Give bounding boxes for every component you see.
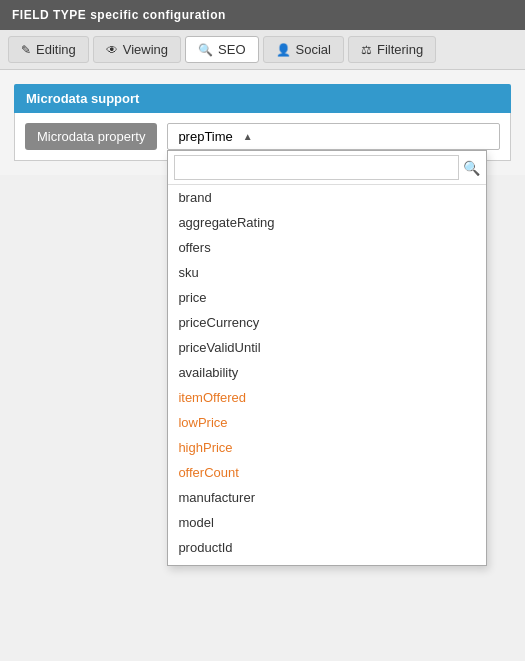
page-header: FIELD TYPE specific configuration	[0, 0, 525, 30]
dropdown-container: prepTime ▲ 🔍 brandaggregateRatingofferss…	[167, 123, 500, 150]
seo-icon: 🔍	[198, 43, 213, 57]
tab-seo-label: SEO	[218, 42, 245, 57]
tab-social[interactable]: 👤 Social	[263, 36, 344, 63]
tab-editing[interactable]: ✎ Editing	[8, 36, 89, 63]
dropdown-item-price[interactable]: price	[168, 285, 486, 310]
section-body: Microdata property prepTime ▲ 🔍 brandagg…	[14, 113, 511, 161]
dropdown-list[interactable]: brandaggregateRatingoffersskupricepriceC…	[168, 185, 486, 565]
tab-seo[interactable]: 🔍 SEO	[185, 36, 258, 63]
dropdown-item-priceCurrency[interactable]: priceCurrency	[168, 310, 486, 335]
dropdown-item-sku[interactable]: sku	[168, 260, 486, 285]
dropdown-item-model[interactable]: model	[168, 510, 486, 535]
dropdown-item-lowPrice[interactable]: lowPrice	[168, 410, 486, 435]
dropdown-item-aggregateRating[interactable]: aggregateRating	[168, 210, 486, 235]
dropdown-item-recipeCategory[interactable]: recipeCategory	[168, 560, 486, 565]
editing-icon: ✎	[21, 43, 31, 57]
filtering-icon: ⚖	[361, 43, 372, 57]
dropdown-item-availability[interactable]: availability	[168, 360, 486, 385]
microdata-row: Microdata property prepTime ▲ 🔍 brandagg…	[25, 123, 500, 150]
dropdown-item-offerCount[interactable]: offerCount	[168, 460, 486, 485]
dropdown-search-row: 🔍	[168, 151, 486, 185]
dropdown-trigger[interactable]: prepTime ▲	[167, 123, 500, 150]
dropdown-search-input[interactable]	[174, 155, 459, 180]
dropdown-item-productId[interactable]: productId	[168, 535, 486, 560]
content-area: Microdata support Microdata property pre…	[0, 70, 525, 175]
microdata-property-button[interactable]: Microdata property	[25, 123, 157, 150]
dropdown-panel: 🔍 brandaggregateRatingoffersskupricepric…	[167, 150, 487, 566]
tab-editing-label: Editing	[36, 42, 76, 57]
tabs-bar: ✎ Editing 👁 Viewing 🔍 SEO 👤 Social ⚖ Fil…	[0, 30, 525, 70]
tab-filtering[interactable]: ⚖ Filtering	[348, 36, 436, 63]
dropdown-trigger-label: prepTime	[178, 129, 232, 144]
dropdown-item-highPrice[interactable]: highPrice	[168, 435, 486, 460]
header-title: FIELD TYPE specific configuration	[12, 8, 226, 22]
dropdown-item-priceValidUntil[interactable]: priceValidUntil	[168, 335, 486, 360]
chevron-up-icon: ▲	[243, 131, 253, 142]
tab-viewing[interactable]: 👁 Viewing	[93, 36, 181, 63]
dropdown-item-brand[interactable]: brand	[168, 185, 486, 210]
section-header: Microdata support	[14, 84, 511, 113]
social-icon: 👤	[276, 43, 291, 57]
dropdown-item-manufacturer[interactable]: manufacturer	[168, 485, 486, 510]
tab-viewing-label: Viewing	[123, 42, 168, 57]
section-title: Microdata support	[26, 91, 139, 106]
tab-social-label: Social	[296, 42, 331, 57]
search-icon: 🔍	[463, 160, 480, 176]
dropdown-item-itemOffered[interactable]: itemOffered	[168, 385, 486, 410]
tab-filtering-label: Filtering	[377, 42, 423, 57]
viewing-icon: 👁	[106, 43, 118, 57]
dropdown-item-offers[interactable]: offers	[168, 235, 486, 260]
